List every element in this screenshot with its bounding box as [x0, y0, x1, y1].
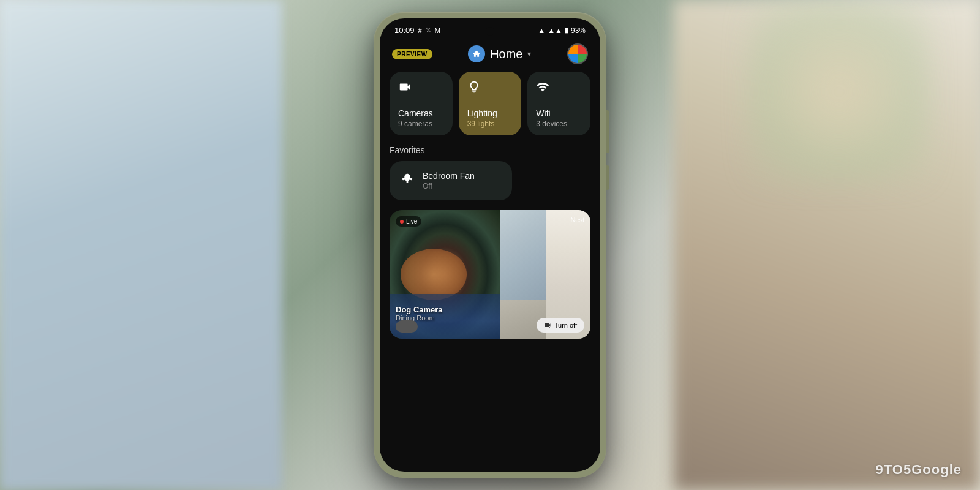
- device-grid: Cameras 9 cameras Lighting: [380, 72, 600, 135]
- battery-icon: ▮: [565, 26, 568, 34]
- bedroom-fan-status: Off: [423, 182, 475, 190]
- wifi-info: Wifi 3 devices: [536, 108, 582, 128]
- wifi-name: Wifi: [536, 108, 582, 118]
- camera-name: Dog Camera: [396, 305, 443, 314]
- phone-screen: 10:09 # 𝕏 M ▲ ▲▲ ▮ 93% PREVIEW: [380, 18, 600, 472]
- lighting-card[interactable]: Lighting 39 lights: [459, 72, 522, 135]
- chevron-down-icon[interactable]: ▾: [527, 50, 531, 58]
- camera-feed[interactable]: Live Nest Dog Camera Dining Room: [390, 210, 590, 339]
- bedroom-fan-name: Bedroom Fan: [423, 171, 475, 181]
- home-label: Home: [490, 47, 522, 61]
- wifi-icon: ▲: [538, 26, 545, 35]
- signal-icon: ▲▲: [548, 26, 562, 35]
- bg-left: [0, 0, 282, 490]
- live-label: Live: [406, 218, 417, 225]
- preview-badge: PREVIEW: [392, 49, 432, 59]
- bg-light-blob: [747, 0, 931, 184]
- screen-content: PREVIEW Home ▾: [380, 39, 600, 461]
- lighting-name: Lighting: [467, 108, 513, 118]
- live-badge: Live: [396, 216, 421, 227]
- favorites-section: Favorites Bedroom Fan Off: [380, 135, 600, 205]
- camera-toggle[interactable]: [396, 320, 418, 333]
- battery-percent: 93%: [571, 26, 586, 35]
- front-camera: [486, 27, 494, 36]
- wifi-count: 3 devices: [536, 119, 582, 128]
- home-title-container[interactable]: Home ▾: [468, 45, 531, 62]
- turn-off-label: Turn off: [554, 322, 577, 329]
- status-gmail-icon: M: [435, 27, 440, 34]
- status-time: 10:09: [394, 26, 415, 35]
- camera-icon: [398, 80, 444, 96]
- nest-badge: Nest: [570, 216, 584, 224]
- wifi-card-icon: [536, 80, 582, 96]
- cameras-name: Cameras: [398, 108, 444, 118]
- watermark: 9TO5Google: [876, 462, 962, 478]
- fan-icon: [401, 172, 414, 189]
- bedroom-fan-info: Bedroom Fan Off: [423, 171, 475, 190]
- favorites-label: Favorites: [390, 145, 590, 155]
- bedroom-fan-card[interactable]: Bedroom Fan Off: [390, 161, 512, 200]
- cameras-info: Cameras 9 cameras: [398, 108, 444, 128]
- cameras-card[interactable]: Cameras 9 cameras: [390, 72, 453, 135]
- home-icon: [468, 45, 485, 62]
- turn-off-button[interactable]: Turn off: [537, 318, 584, 333]
- window-light: [500, 210, 550, 300]
- avatar[interactable]: [567, 43, 588, 64]
- table-visual: [401, 249, 467, 300]
- phone-wrapper: 10:09 # 𝕏 M ▲ ▲▲ ▮ 93% PREVIEW: [374, 12, 606, 478]
- camera-label: Dog Camera Dining Room: [396, 305, 443, 322]
- lighting-icon: [467, 80, 513, 96]
- status-hash-icon: #: [418, 27, 422, 34]
- lighting-count: 39 lights: [467, 119, 513, 128]
- lighting-info: Lighting 39 lights: [467, 108, 513, 128]
- app-header: PREVIEW Home ▾: [380, 39, 600, 72]
- live-dot: [400, 220, 404, 224]
- turn-off-icon: [544, 322, 551, 329]
- wifi-card[interactable]: Wifi 3 devices: [527, 72, 590, 135]
- cameras-count: 9 cameras: [398, 119, 444, 128]
- status-right: ▲ ▲▲ ▮ 93%: [538, 26, 586, 35]
- phone-case: 10:09 # 𝕏 M ▲ ▲▲ ▮ 93% PREVIEW: [374, 12, 606, 478]
- status-twitter-icon: 𝕏: [426, 26, 431, 34]
- status-left: 10:09 # 𝕏 M: [394, 26, 440, 35]
